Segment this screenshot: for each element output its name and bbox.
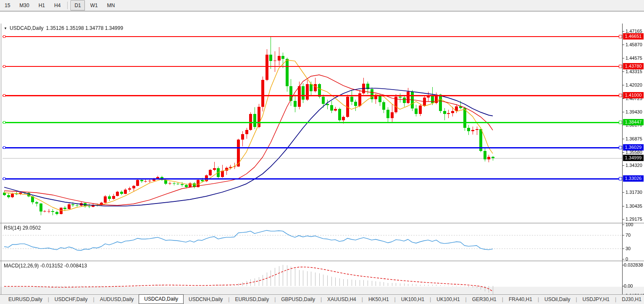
tab-eurusd-daily[interactable]: EURUSD,Daily (230, 295, 274, 304)
tab-ger30-h1[interactable]: GER30,H1 (467, 295, 502, 304)
tab-uk100-h1[interactable]: UK100,H1 (431, 295, 465, 304)
price-axis-label: 1.36875 (626, 136, 642, 141)
chart-ohlc-values: 1.35126 1.35198 1.34778 1.34999 (46, 25, 124, 31)
chart-symbol-period: USDCAD,Daily (10, 25, 44, 31)
rsi-indicator-label: RSI(14) 29.0502 (4, 225, 41, 231)
rsi-axis-label: 30 (626, 246, 631, 251)
price-axis-label: 1.39430 (626, 109, 642, 114)
pane-separator-rsi-macd[interactable] (0, 261, 644, 262)
price-axis-label: 1.45870 (626, 42, 642, 47)
tab-usdchf-daily[interactable]: USDCHF,Daily (50, 295, 93, 304)
pane-separator-main-rsi[interactable] (0, 223, 644, 224)
level-price-badge: 1.41000 (623, 92, 644, 98)
rsi-axis-label: 0 (626, 256, 628, 262)
macd-axis-label: 0.00 (624, 283, 633, 288)
macd-axis-label: 0.032838 (624, 262, 643, 267)
tab-divider: | (502, 296, 503, 302)
tab-divider: | (465, 296, 467, 302)
tab-divider: | (48, 296, 49, 302)
tab-usdcad-daily[interactable]: USDCAD,Daily (139, 294, 184, 304)
price-axis-border (622, 24, 623, 299)
tab-divider: | (430, 296, 431, 302)
timeframe-button-mn[interactable]: MN (103, 0, 119, 11)
tab-divider: | (321, 296, 322, 302)
tab-usoil-daily[interactable]: USOil,Daily (539, 295, 575, 304)
tab-divider: | (274, 296, 276, 302)
timeframe-toolbar: 15M30H1H4D1W1MN (0, 0, 644, 11)
price-axis-label: 1.31730 (626, 190, 642, 195)
timeframe-button-15[interactable]: 15 (1, 0, 14, 11)
tab-usdjpy-h1[interactable]: USDJPY,H1 (578, 295, 615, 304)
level-price-badge: 1.46651 (623, 33, 644, 40)
tab-xauusd-h4[interactable]: XAUUSD,H4 (322, 295, 361, 304)
rsi-axis-label: 70 (626, 233, 631, 238)
chart-plot-area[interactable] (0, 12, 644, 304)
window-left-frame (1, 24, 1, 304)
chart-dropdown-icon[interactable]: ▼ (4, 26, 7, 30)
tab-divider: | (538, 296, 539, 302)
level-price-badge: 1.43780 (623, 63, 644, 69)
level-price-badge: 1.36029 (623, 144, 644, 151)
timeframe-button-m30[interactable]: M30 (16, 0, 33, 11)
chart-paper: ▼ USDCAD,Daily 1.35126 1.35198 1.34778 1… (0, 12, 644, 287)
macd-indicator-label: MACD(12,26,9) -0.013152 -0.008413 (4, 263, 87, 269)
price-axis-label: 1.43315 (626, 69, 642, 74)
price-axis-label: 1.44575 (626, 56, 642, 61)
timeframe-button-h4[interactable]: H4 (50, 0, 64, 11)
tab-hk50-h1[interactable]: HK50,H1 (363, 295, 394, 304)
tab-divider: | (228, 296, 229, 302)
tab-uk100-h1[interactable]: UK100,H1 (396, 295, 429, 304)
timeframe-button-h1[interactable]: H1 (35, 0, 49, 11)
tab-fra40-h1[interactable]: FRA40,H1 (504, 295, 537, 304)
price-axis-label: 1.29175 (626, 217, 642, 222)
tab-audusd-daily[interactable]: AUDUSD,Daily (95, 295, 139, 304)
symbol-tab-bar: EURUSD,Daily|USDCHF,Daily|AUDUSD,DailyUS… (0, 294, 644, 304)
toolbar-separator (67, 2, 68, 9)
tab-divider: | (394, 296, 396, 302)
price-axis-label: 1.30435 (626, 204, 642, 209)
tab-eurusd-daily[interactable]: EURUSD,Daily (3, 295, 47, 304)
tab-divider: | (93, 296, 95, 302)
level-price-badge: 1.33026 (623, 175, 644, 182)
tab-gbpusd-daily[interactable]: GBPUSD,Daily (276, 295, 320, 304)
tab-divider: | (615, 296, 616, 302)
tab-dj30-h1[interactable]: DJ30,H1 (617, 295, 644, 304)
timeframe-button-d1[interactable]: D1 (71, 0, 84, 11)
price-axis-label: 1.42020 (626, 82, 642, 87)
current-price-badge: 1.34999 (623, 155, 644, 161)
chart-title: ▼ USDCAD,Daily 1.35126 1.35198 1.34778 1… (4, 25, 123, 31)
tab-divider: | (576, 296, 577, 302)
level-price-badge: 1.38447 (623, 119, 644, 125)
timeframe-button-w1[interactable]: W1 (87, 0, 102, 11)
price-axis-label: 1.34320 (626, 163, 642, 168)
tab-usdcnh-daily[interactable]: USDCNH,Daily (184, 295, 228, 304)
tab-divider: | (362, 296, 363, 302)
rsi-axis-label: 100 (626, 222, 633, 227)
